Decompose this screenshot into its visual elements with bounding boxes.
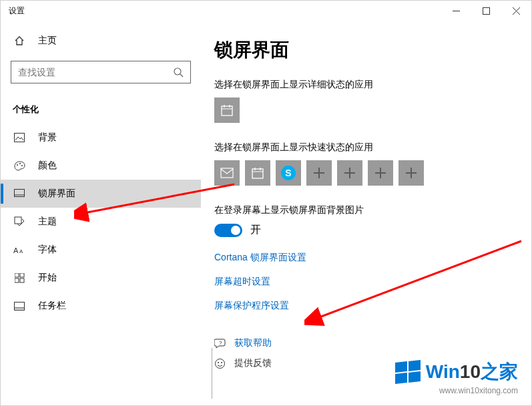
nav-label: 锁屏界面 [38,188,75,200]
close-button[interactable] [501,1,531,21]
search-box[interactable] [11,61,191,83]
watermark-brand: Win10之家 [426,359,518,385]
search-input[interactable] [18,67,173,77]
svg-rect-15 [15,273,19,277]
nav-item-background[interactable]: 背景 [1,124,201,152]
svg-text:A: A [19,248,23,254]
start-icon [13,273,26,283]
svg-point-7 [17,164,18,166]
quick-apps-label: 选择在锁屏界面上显示快速状态的应用 [214,142,518,154]
svg-rect-11 [15,195,25,197]
nav-label: 任务栏 [38,300,66,312]
home-icon [13,35,26,46]
svg-rect-21 [222,106,232,116]
nav-item-start[interactable]: 开始 [1,264,201,292]
svg-rect-26 [252,169,263,178]
quick-app-mail[interactable] [214,160,240,186]
svg-point-32 [218,362,219,363]
lockscreen-icon [13,189,26,198]
link-screensaver[interactable]: 屏幕保护程序设置 [214,300,518,312]
skype-icon: S [281,166,296,180]
detail-app-calendar[interactable] [214,97,240,123]
nav-item-fonts[interactable]: AA 字体 [1,236,201,264]
watermark-url: www.win10xitong.com [395,386,518,395]
svg-rect-18 [20,278,24,282]
section-header: 个性化 [1,90,201,124]
quick-app-add-2[interactable] [337,160,362,186]
picture-icon [13,133,26,142]
svg-rect-0 [453,11,460,11]
sidebar: 主页 个性化 背景 颜色 锁屏界面 [1,21,201,405]
quick-apps-row: S [214,160,518,186]
svg-rect-25 [221,168,233,178]
svg-rect-10 [15,190,25,197]
svg-point-9 [21,165,23,166]
svg-point-31 [216,359,225,368]
window-controls [441,1,531,21]
plus-icon [406,168,417,178]
titlebar: 设置 [1,1,531,21]
get-help-row[interactable]: ? 获取帮助 [214,337,518,349]
quick-app-add-3[interactable] [368,160,393,186]
nav-item-themes[interactable]: 主题 [1,208,201,236]
page-title: 锁屏界面 [214,37,518,63]
quick-app-calendar[interactable] [245,160,270,186]
svg-text:?: ? [219,340,222,346]
nav-label: 主题 [38,216,57,228]
svg-point-33 [221,362,222,363]
detail-apps-label: 选择在锁屏界面上显示详细状态的应用 [214,79,518,91]
svg-point-8 [19,163,21,164]
nav-label: 背景 [38,132,57,144]
link-cortana[interactable]: Cortana 锁屏界面设置 [214,252,518,264]
window-title: 设置 [9,5,25,17]
bg-on-signin-label: 在登录屏幕上显示锁屏界面背景图片 [214,204,518,216]
svg-rect-20 [15,308,25,311]
watermark: Win10之家 www.win10xitong.com [395,359,518,395]
windows-logo-icon [395,360,421,384]
svg-rect-12 [15,217,21,224]
main-panel: 锁屏界面 选择在锁屏界面上显示详细状态的应用 选择在锁屏界面上显示快速状态的应用… [201,21,531,405]
content: 主页 个性化 背景 颜色 锁屏界面 [1,21,531,405]
taskbar-icon [13,302,26,311]
nav-item-colors[interactable]: 颜色 [1,152,201,180]
feedback-icon [214,358,226,369]
font-icon: AA [13,245,26,254]
svg-text:A: A [13,246,19,254]
maximize-button[interactable] [471,1,501,21]
plus-icon [344,168,355,178]
nav-item-taskbar[interactable]: 任务栏 [1,292,201,320]
help-label: 获取帮助 [234,337,272,349]
svg-rect-1 [483,7,490,14]
quick-app-add-4[interactable] [398,160,424,186]
svg-rect-16 [20,273,24,277]
feedback-label: 提供反馈 [234,357,272,369]
plus-icon [314,168,324,178]
svg-line-5 [180,74,183,77]
quick-app-add-1[interactable] [306,160,332,186]
search-icon [173,67,184,77]
quick-app-skype[interactable]: S [276,160,301,186]
bg-toggle-row: 开 [214,223,518,237]
nav-label: 开始 [38,272,57,284]
bg-toggle[interactable] [214,224,242,237]
home-label: 主页 [38,35,57,47]
svg-point-4 [174,68,181,75]
plus-icon [375,168,386,178]
palette-icon [13,161,26,171]
link-timeout[interactable]: 屏幕超时设置 [214,276,518,288]
divider [212,348,212,399]
home-row[interactable]: 主页 [1,27,201,54]
svg-rect-17 [15,278,19,282]
nav-label: 字体 [38,244,57,256]
help-icon: ? [214,338,226,349]
theme-icon [13,216,26,227]
nav-label: 颜色 [38,160,57,172]
toggle-state-label: 开 [250,223,261,237]
minimize-button[interactable] [441,1,471,21]
detail-apps-row [214,97,518,123]
nav-item-lockscreen[interactable]: 锁屏界面 [1,180,201,208]
svg-rect-6 [15,134,25,142]
